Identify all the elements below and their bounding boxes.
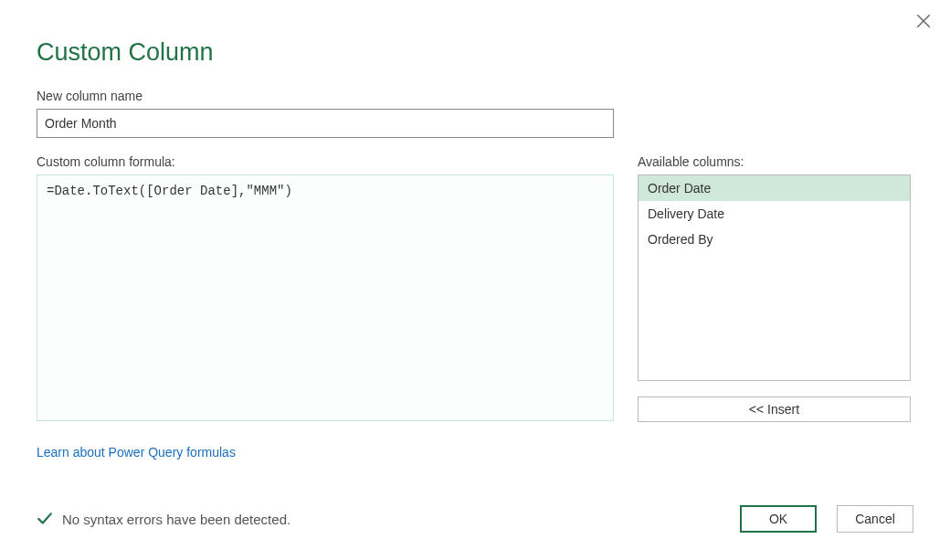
ok-button[interactable]: OK bbox=[740, 505, 817, 533]
available-columns-list[interactable]: Order Date Delivery Date Ordered By bbox=[638, 174, 911, 381]
status-text: No syntax errors have been detected. bbox=[62, 512, 290, 527]
column-item[interactable]: Ordered By bbox=[639, 227, 910, 252]
status-area: No syntax errors have been detected. bbox=[37, 511, 290, 527]
cancel-button[interactable]: Cancel bbox=[837, 505, 913, 533]
formula-label: Custom column formula: bbox=[37, 154, 614, 169]
formula-textarea[interactable] bbox=[37, 174, 614, 421]
learn-link[interactable]: Learn about Power Query formulas bbox=[37, 445, 236, 460]
column-name-input[interactable] bbox=[37, 109, 614, 138]
column-item[interactable]: Delivery Date bbox=[639, 201, 910, 227]
insert-button[interactable]: << Insert bbox=[638, 396, 911, 422]
check-icon bbox=[37, 511, 53, 527]
close-icon[interactable] bbox=[915, 13, 932, 29]
column-name-label: New column name bbox=[37, 89, 913, 103]
available-columns-label: Available columns: bbox=[638, 154, 911, 169]
column-item[interactable]: Order Date bbox=[639, 175, 910, 201]
dialog-title: Custom Column bbox=[37, 38, 913, 67]
